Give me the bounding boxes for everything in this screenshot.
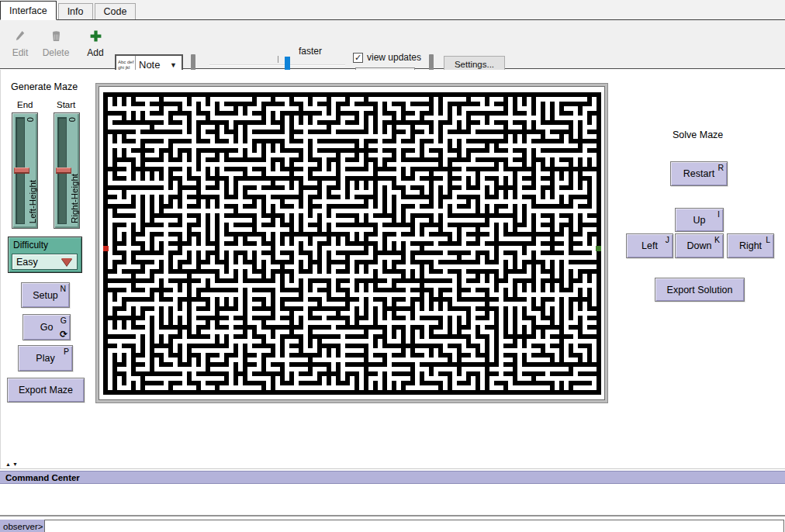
right-hotkey: L xyxy=(766,235,770,244)
right-button-label: Right xyxy=(739,240,762,251)
play-button-label: Play xyxy=(36,353,54,364)
command-center-splitter[interactable]: ▲▼ xyxy=(5,461,19,467)
note-icon-line1: Abc def xyxy=(118,60,135,65)
trash-icon xyxy=(50,32,62,45)
left-button[interactable]: Left J xyxy=(626,233,673,258)
up-button-label: Up xyxy=(693,215,706,226)
restart-button-label: Restart xyxy=(683,168,714,179)
command-input[interactable] xyxy=(44,520,784,532)
view-updates-label: view updates xyxy=(367,52,421,63)
down-button[interactable]: Down K xyxy=(675,233,724,258)
plus-icon xyxy=(89,32,102,45)
left-hotkey: J xyxy=(666,235,669,244)
play-hotkey: P xyxy=(64,347,69,356)
tab-interface[interactable]: Interface xyxy=(0,1,57,20)
slider-value: 0 xyxy=(67,117,77,122)
slider-value: 0 xyxy=(26,117,35,122)
left-button-label: Left xyxy=(641,240,658,251)
setup-button[interactable]: Setup N xyxy=(21,282,70,308)
speed-slider[interactable] xyxy=(209,64,345,66)
left-height-slider[interactable]: 0 Left-Height xyxy=(12,112,38,229)
tab-code[interactable]: Code xyxy=(95,3,137,19)
world-view-frame xyxy=(95,83,608,403)
export-solution-label: Export Solution xyxy=(667,285,733,295)
checkbox-check-icon[interactable]: ✓ xyxy=(353,53,363,63)
add-label: Add xyxy=(78,47,112,58)
view-updates-checkbox[interactable]: ✓ view updates xyxy=(353,52,421,63)
add-button[interactable]: Add xyxy=(78,29,112,58)
go-button-label: Go xyxy=(40,322,54,333)
slider-name-label: Left-Height xyxy=(28,180,37,223)
end-label: End xyxy=(17,100,33,109)
edit-label: Edit xyxy=(3,47,37,58)
restart-hotkey: R xyxy=(718,163,724,172)
dropdown-triangle-icon xyxy=(61,258,72,266)
edit-button[interactable]: Edit xyxy=(3,29,37,58)
export-maze-label: Export Maze xyxy=(19,385,73,396)
go-button[interactable]: Go G ⟳ xyxy=(22,314,71,340)
command-center: Command Center observer> xyxy=(0,468,785,532)
speed-slider-tick xyxy=(278,56,278,63)
difficulty-dropdown[interactable]: Easy xyxy=(12,254,78,270)
setup-button-label: Setup xyxy=(33,290,58,301)
down-hotkey: K xyxy=(714,235,720,244)
right-button[interactable]: Right L xyxy=(727,233,774,258)
slider-handle[interactable] xyxy=(56,168,71,174)
speed-faster-label: faster xyxy=(299,46,322,57)
go-hotkey: G xyxy=(61,316,67,325)
maze-canvas[interactable] xyxy=(103,92,601,395)
up-button[interactable]: Up I xyxy=(675,208,724,232)
down-button-label: Down xyxy=(687,240,712,251)
delete-button[interactable]: Delete xyxy=(39,29,73,58)
up-hotkey: I xyxy=(718,209,720,219)
slider-handle[interactable] xyxy=(14,168,29,174)
tab-bar: Interface Info Code xyxy=(0,0,785,20)
command-prompt-row: observer> xyxy=(0,520,785,532)
difficulty-label: Difficulty xyxy=(13,240,81,250)
command-center-output xyxy=(0,484,785,516)
world-view[interactable] xyxy=(99,86,605,400)
start-label: Start xyxy=(57,100,75,109)
difficulty-value: Easy xyxy=(12,257,61,268)
command-center-header[interactable]: Command Center xyxy=(0,471,785,484)
export-solution-button[interactable]: Export Solution xyxy=(655,278,745,302)
play-button[interactable]: Play P xyxy=(18,345,73,371)
difficulty-chooser[interactable]: Difficulty Easy xyxy=(8,237,82,273)
solve-maze-title: Solve Maze xyxy=(673,130,723,140)
right-height-slider[interactable]: 0 Right-Height xyxy=(54,112,80,229)
restart-button[interactable]: Restart R xyxy=(670,161,728,186)
forever-icon: ⟳ xyxy=(60,329,67,340)
generate-maze-title: Generate Maze xyxy=(11,81,78,92)
tab-info[interactable]: Info xyxy=(58,3,93,19)
command-center-title: Command Center xyxy=(5,473,80,482)
delete-label: Delete xyxy=(39,47,73,58)
dropdown-arrow-icon: ▼ xyxy=(170,61,182,69)
widget-type-value: Note xyxy=(136,59,170,71)
interface-canvas: Generate Maze End Start 0 Left-Height 0 … xyxy=(0,70,785,468)
export-maze-button[interactable]: Export Maze xyxy=(7,378,85,402)
slider-name-label: Right-Height xyxy=(70,174,79,223)
observer-prompt-label: observer> xyxy=(0,520,44,532)
toolbar: Edit Delete Add Abc def ghi jkl Note ▼ f… xyxy=(0,20,785,69)
setup-hotkey: N xyxy=(60,284,66,293)
pencil-icon xyxy=(14,32,26,45)
